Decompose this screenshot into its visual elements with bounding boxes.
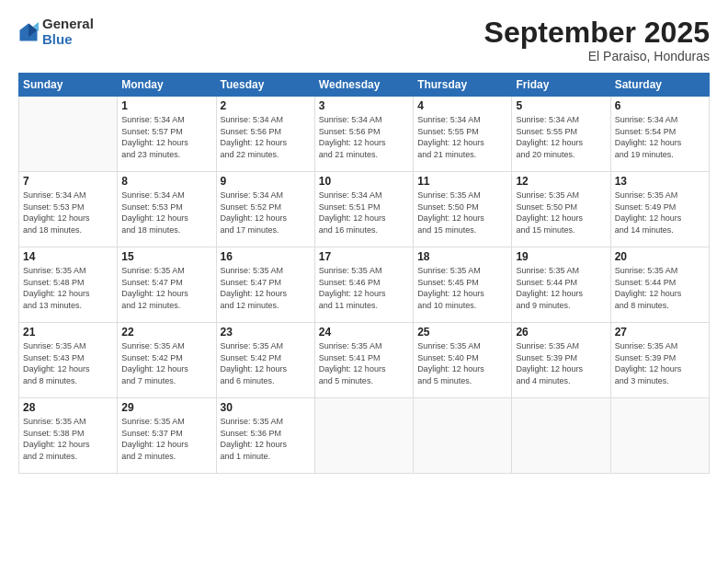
week-row: 1Sunrise: 5:34 AM Sunset: 5:57 PM Daylig… (19, 97, 710, 172)
table-row: 7Sunrise: 5:34 AM Sunset: 5:53 PM Daylig… (19, 172, 118, 247)
day-number: 13 (615, 175, 705, 188)
day-number: 16 (221, 250, 311, 263)
day-info: Sunrise: 5:34 AM Sunset: 5:56 PM Dayligh… (319, 114, 409, 160)
header-thursday: Thursday (414, 74, 512, 97)
header-wednesday: Wednesday (314, 74, 413, 97)
table-row (414, 398, 512, 474)
day-info: Sunrise: 5:35 AM Sunset: 5:39 PM Dayligh… (615, 340, 705, 386)
day-info: Sunrise: 5:35 AM Sunset: 5:45 PM Dayligh… (417, 265, 507, 311)
table-row: 15Sunrise: 5:35 AM Sunset: 5:47 PM Dayli… (118, 247, 216, 323)
day-info: Sunrise: 5:35 AM Sunset: 5:50 PM Dayligh… (417, 190, 507, 236)
table-row (512, 398, 610, 474)
day-info: Sunrise: 5:34 AM Sunset: 5:54 PM Dayligh… (615, 114, 705, 160)
day-number: 6 (615, 99, 705, 112)
table-row: 28Sunrise: 5:35 AM Sunset: 5:38 PM Dayli… (19, 398, 118, 474)
header-tuesday: Tuesday (216, 74, 314, 97)
week-row: 21Sunrise: 5:35 AM Sunset: 5:43 PM Dayli… (19, 323, 710, 398)
day-info: Sunrise: 5:34 AM Sunset: 5:55 PM Dayligh… (516, 114, 606, 160)
day-info: Sunrise: 5:35 AM Sunset: 5:41 PM Dayligh… (319, 340, 409, 386)
day-info: Sunrise: 5:35 AM Sunset: 5:44 PM Dayligh… (615, 265, 705, 311)
day-number: 29 (121, 401, 211, 414)
day-number: 22 (121, 326, 211, 339)
logo-blue-text: Blue (42, 32, 94, 48)
table-row: 25Sunrise: 5:35 AM Sunset: 5:40 PM Dayli… (414, 323, 512, 398)
table-row: 20Sunrise: 5:35 AM Sunset: 5:44 PM Dayli… (610, 247, 709, 323)
day-info: Sunrise: 5:35 AM Sunset: 5:38 PM Dayligh… (23, 416, 113, 462)
table-row: 22Sunrise: 5:35 AM Sunset: 5:42 PM Dayli… (118, 323, 216, 398)
table-row: 29Sunrise: 5:35 AM Sunset: 5:37 PM Dayli… (118, 398, 216, 474)
day-number: 2 (221, 99, 311, 112)
table-row: 4Sunrise: 5:34 AM Sunset: 5:55 PM Daylig… (414, 97, 512, 172)
table-row: 23Sunrise: 5:35 AM Sunset: 5:42 PM Dayli… (216, 323, 314, 398)
day-number: 19 (516, 250, 606, 263)
table-row: 1Sunrise: 5:34 AM Sunset: 5:57 PM Daylig… (118, 97, 216, 172)
day-number: 26 (516, 326, 606, 339)
day-number: 23 (221, 326, 311, 339)
table-row: 3Sunrise: 5:34 AM Sunset: 5:56 PM Daylig… (314, 97, 413, 172)
day-number: 28 (23, 401, 113, 414)
day-info: Sunrise: 5:35 AM Sunset: 5:40 PM Dayligh… (417, 340, 507, 386)
calendar-table: Sunday Monday Tuesday Wednesday Thursday… (18, 73, 710, 474)
header-sunday: Sunday (19, 74, 118, 97)
table-row: 13Sunrise: 5:35 AM Sunset: 5:49 PM Dayli… (610, 172, 709, 247)
header-saturday: Saturday (610, 74, 709, 97)
day-number: 3 (319, 99, 409, 112)
day-info: Sunrise: 5:35 AM Sunset: 5:42 PM Dayligh… (121, 340, 211, 386)
table-row: 10Sunrise: 5:34 AM Sunset: 5:51 PM Dayli… (314, 172, 413, 247)
day-number: 4 (417, 99, 507, 112)
month-title: September 2025 (484, 17, 710, 49)
day-number: 18 (417, 250, 507, 263)
day-info: Sunrise: 5:35 AM Sunset: 5:46 PM Dayligh… (319, 265, 409, 311)
day-info: Sunrise: 5:34 AM Sunset: 5:57 PM Dayligh… (121, 114, 211, 160)
day-number: 21 (23, 326, 113, 339)
day-info: Sunrise: 5:35 AM Sunset: 5:42 PM Dayligh… (221, 340, 311, 386)
header-monday: Monday (118, 74, 216, 97)
day-info: Sunrise: 5:34 AM Sunset: 5:55 PM Dayligh… (417, 114, 507, 160)
page: General Blue September 2025 El Paraiso, … (0, 0, 728, 563)
day-info: Sunrise: 5:35 AM Sunset: 5:43 PM Dayligh… (23, 340, 113, 386)
day-number: 7 (23, 175, 113, 188)
day-info: Sunrise: 5:35 AM Sunset: 5:47 PM Dayligh… (121, 265, 211, 311)
day-number: 25 (417, 326, 507, 339)
table-row: 30Sunrise: 5:35 AM Sunset: 5:36 PM Dayli… (216, 398, 314, 474)
table-row: 18Sunrise: 5:35 AM Sunset: 5:45 PM Dayli… (414, 247, 512, 323)
day-info: Sunrise: 5:35 AM Sunset: 5:36 PM Dayligh… (221, 416, 311, 462)
day-info: Sunrise: 5:34 AM Sunset: 5:51 PM Dayligh… (319, 190, 409, 236)
day-number: 10 (319, 175, 409, 188)
week-row: 28Sunrise: 5:35 AM Sunset: 5:38 PM Dayli… (19, 398, 710, 474)
location-subtitle: El Paraiso, Honduras (484, 49, 710, 63)
logo-text: General Blue (42, 17, 94, 47)
table-row: 2Sunrise: 5:34 AM Sunset: 5:56 PM Daylig… (216, 97, 314, 172)
day-info: Sunrise: 5:35 AM Sunset: 5:44 PM Dayligh… (516, 265, 606, 311)
day-number: 1 (121, 99, 211, 112)
day-info: Sunrise: 5:35 AM Sunset: 5:48 PM Dayligh… (23, 265, 113, 311)
day-number: 24 (319, 326, 409, 339)
day-number: 9 (221, 175, 311, 188)
table-row: 11Sunrise: 5:35 AM Sunset: 5:50 PM Dayli… (414, 172, 512, 247)
table-row: 6Sunrise: 5:34 AM Sunset: 5:54 PM Daylig… (610, 97, 709, 172)
day-info: Sunrise: 5:35 AM Sunset: 5:47 PM Dayligh… (221, 265, 311, 311)
day-number: 30 (221, 401, 311, 414)
day-info: Sunrise: 5:34 AM Sunset: 5:56 PM Dayligh… (221, 114, 311, 160)
day-number: 15 (121, 250, 211, 263)
week-row: 14Sunrise: 5:35 AM Sunset: 5:48 PM Dayli… (19, 247, 710, 323)
day-info: Sunrise: 5:35 AM Sunset: 5:49 PM Dayligh… (615, 190, 705, 236)
day-info: Sunrise: 5:34 AM Sunset: 5:53 PM Dayligh… (121, 190, 211, 236)
logo: General Blue (18, 17, 94, 47)
table-row: 16Sunrise: 5:35 AM Sunset: 5:47 PM Dayli… (216, 247, 314, 323)
day-number: 5 (516, 99, 606, 112)
weekday-header-row: Sunday Monday Tuesday Wednesday Thursday… (19, 74, 710, 97)
day-info: Sunrise: 5:35 AM Sunset: 5:39 PM Dayligh… (516, 340, 606, 386)
table-row: 5Sunrise: 5:34 AM Sunset: 5:55 PM Daylig… (512, 97, 610, 172)
table-row (610, 398, 709, 474)
table-row: 9Sunrise: 5:34 AM Sunset: 5:52 PM Daylig… (216, 172, 314, 247)
table-row: 17Sunrise: 5:35 AM Sunset: 5:46 PM Dayli… (314, 247, 413, 323)
day-number: 14 (23, 250, 113, 263)
day-number: 11 (417, 175, 507, 188)
table-row (314, 398, 413, 474)
week-row: 7Sunrise: 5:34 AM Sunset: 5:53 PM Daylig… (19, 172, 710, 247)
day-info: Sunrise: 5:34 AM Sunset: 5:53 PM Dayligh… (23, 190, 113, 236)
table-row: 27Sunrise: 5:35 AM Sunset: 5:39 PM Dayli… (610, 323, 709, 398)
header: General Blue September 2025 El Paraiso, … (18, 17, 710, 63)
title-block: September 2025 El Paraiso, Honduras (484, 17, 710, 63)
